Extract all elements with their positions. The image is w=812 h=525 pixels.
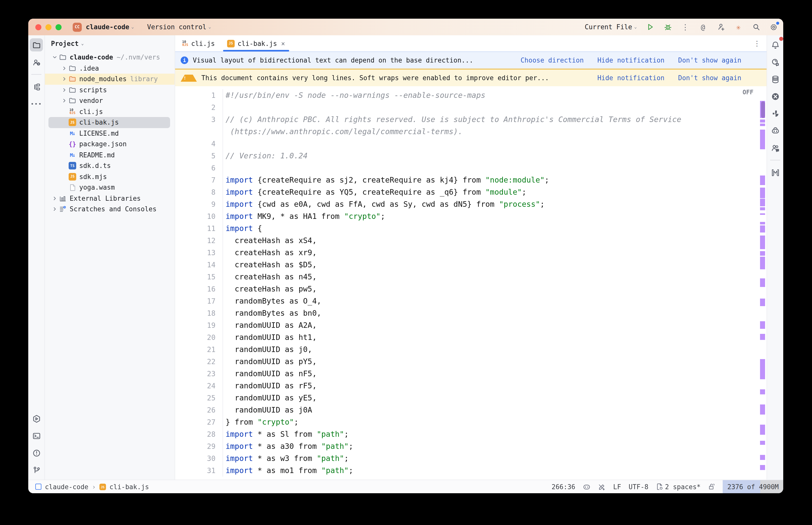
- error-stripe-mark[interactable]: [760, 123, 765, 126]
- line-number[interactable]: 25: [175, 392, 223, 404]
- line-number[interactable]: 3: [175, 114, 223, 125]
- line-number[interactable]: 17: [175, 295, 223, 307]
- tree-item-vendor[interactable]: vendor: [45, 95, 175, 106]
- tree-item-readme-md[interactable]: M↓README.md: [45, 150, 175, 160]
- tree-item-cli-bak-js[interactable]: JScli-bak.js: [45, 117, 175, 128]
- tab-options-kebab-icon[interactable]: ⋮: [748, 35, 767, 51]
- minimize-window-button[interactable]: [45, 24, 51, 30]
- tree-item-sdk-mjs[interactable]: JSsdk.mjs: [45, 171, 175, 182]
- line-number[interactable]: 29: [175, 440, 223, 452]
- line-number[interactable]: 20: [175, 331, 223, 343]
- run-configuration-selector[interactable]: Current File⌄: [585, 23, 637, 31]
- code-line-6[interactable]: 6: [175, 162, 767, 174]
- m-tool-icon[interactable]: [769, 166, 782, 179]
- chat-users-icon[interactable]: [769, 141, 782, 154]
- code-line-31[interactable]: 31import * as mo1 from "path";: [175, 464, 767, 477]
- error-stripe-mark[interactable]: [760, 213, 765, 215]
- line-number[interactable]: 1: [175, 89, 223, 101]
- user-question-icon[interactable]: ?: [30, 56, 43, 69]
- project-menu[interactable]: claude-code⌄: [86, 23, 134, 31]
- tree-item-package-json[interactable]: {}package.json: [45, 139, 175, 150]
- line-number[interactable]: 6: [175, 162, 223, 174]
- tab-cli-js[interactable]: 100JS cli.js: [176, 35, 221, 51]
- line-number[interactable]: 5: [175, 150, 223, 162]
- editor-error-stripe[interactable]: [759, 86, 767, 480]
- tree-item-scratches-and-consoles[interactable]: Scratches and Consoles: [45, 204, 175, 214]
- banner-action-hide-notification[interactable]: Hide notification: [597, 57, 664, 64]
- error-stripe-mark[interactable]: [760, 279, 765, 287]
- project-folder-icon[interactable]: [30, 38, 43, 51]
- more-actions-kebab-icon[interactable]: ⋮: [681, 22, 690, 31]
- ai-chat-icon[interactable]: [769, 56, 782, 69]
- tree-item--idea[interactable]: .idea: [45, 63, 175, 74]
- vcs-menu[interactable]: Version control⌄: [147, 23, 211, 31]
- search-icon[interactable]: [751, 22, 761, 31]
- tab-cli-bak-js[interactable]: JS cli-bak.js ×: [221, 35, 291, 51]
- caret-position[interactable]: 266:36: [551, 483, 575, 491]
- code-line-16[interactable]: 16 createHash as pw5,: [175, 283, 767, 295]
- code-line-18[interactable]: 18 randomBytes as bn0,: [175, 307, 767, 319]
- code-line-26[interactable]: 26 randomUUID as j0A: [175, 404, 767, 416]
- error-stripe-mark[interactable]: [760, 257, 765, 269]
- ai-at-icon[interactable]: @: [698, 22, 708, 31]
- add-user-icon[interactable]: [716, 22, 725, 31]
- chevron-down-icon[interactable]: [51, 55, 59, 60]
- line-number[interactable]: 10: [175, 210, 223, 222]
- copilot-status-icon[interactable]: [583, 483, 590, 491]
- line-number[interactable]: 28: [175, 428, 223, 440]
- error-stripe-mark[interactable]: [760, 455, 765, 460]
- code-line-1[interactable]: 1#!/usr/bin/env -S node --no-warnings --…: [175, 89, 767, 101]
- error-stripe-mark[interactable]: [760, 120, 765, 122]
- code-line-9[interactable]: 9import {cwd as e0A, cwd as FfA, cwd as …: [175, 198, 767, 210]
- error-stripe-mark[interactable]: [760, 251, 765, 256]
- structure-icon[interactable]: [30, 80, 43, 93]
- tree-item-yoga-wasm[interactable]: yoga.wasm: [45, 182, 175, 193]
- bell-icon[interactable]: [769, 38, 782, 51]
- code-line-13[interactable]: 13 createHash as xr9,: [175, 246, 767, 259]
- code-line-22[interactable]: 22 randomUUID as pY5,: [175, 356, 767, 368]
- chevron-right-icon[interactable]: [61, 66, 68, 71]
- highlighting-off-icon[interactable]: [598, 483, 606, 491]
- code-line-2[interactable]: 2: [175, 101, 767, 114]
- tree-item-cli-js[interactable]: 100JScli.js: [45, 106, 175, 117]
- indent-selector[interactable]: 2 spaces*: [656, 483, 701, 491]
- tree-item-license-md[interactable]: M↓LICENSE.md: [45, 128, 175, 139]
- line-number[interactable]: 11: [175, 222, 223, 235]
- git-branch-icon[interactable]: [30, 464, 43, 477]
- error-stripe-mark[interactable]: [760, 236, 765, 249]
- line-number[interactable]: 14: [175, 259, 223, 271]
- code-line-4[interactable]: 4: [175, 138, 767, 150]
- editor-scrollbar-thumb[interactable]: [761, 101, 765, 118]
- error-stripe-mark[interactable]: [760, 199, 765, 206]
- chevron-right-icon[interactable]: [61, 88, 68, 92]
- line-number[interactable]: 21: [175, 343, 223, 356]
- chevron-right-icon[interactable]: [61, 77, 68, 81]
- error-stripe-mark[interactable]: [760, 425, 765, 435]
- tree-item-node-modules[interactable]: node_moduleslibrary: [45, 74, 175, 85]
- tree-item-scripts[interactable]: scripts: [45, 85, 175, 95]
- encoding-selector[interactable]: UTF-8: [629, 483, 648, 491]
- code-line-7[interactable]: 7import {createRequire as sj2, createReq…: [175, 174, 767, 186]
- memory-indicator[interactable]: 2376 of 4900M: [723, 480, 783, 493]
- code-line-28[interactable]: 28import * as Sl from "path";: [175, 428, 767, 440]
- code-line-5[interactable]: 5// Version: 1.0.24: [175, 150, 767, 162]
- copilot-icon[interactable]: [769, 124, 782, 137]
- code-editor[interactable]: 1#!/usr/bin/env -S node --no-warnings --…: [175, 86, 767, 480]
- line-number[interactable]: [175, 125, 223, 138]
- code-line-21[interactable]: 21 randomUUID as j0,: [175, 343, 767, 356]
- code-line-14[interactable]: 14 createHash as $D5,: [175, 259, 767, 271]
- code-line-30[interactable]: 30import * as w3 from "path";: [175, 452, 767, 464]
- code-line-19[interactable]: 19 randomUUID as A2A,: [175, 319, 767, 331]
- line-number[interactable]: 27: [175, 416, 223, 428]
- x-circle-icon[interactable]: [769, 90, 782, 103]
- terminal-icon[interactable]: [30, 429, 43, 442]
- line-number[interactable]: 13: [175, 246, 223, 259]
- banner-action-don-t-show-again[interactable]: Don't show again: [678, 57, 741, 64]
- line-number[interactable]: 16: [175, 283, 223, 295]
- banner-action-choose-direction[interactable]: Choose direction: [520, 57, 584, 64]
- settings-gear-icon[interactable]: [769, 22, 778, 31]
- error-stripe-mark[interactable]: [760, 404, 765, 415]
- error-stripe-mark[interactable]: [760, 441, 765, 445]
- line-number[interactable]: 12: [175, 235, 223, 246]
- error-stripe-mark[interactable]: [760, 321, 765, 329]
